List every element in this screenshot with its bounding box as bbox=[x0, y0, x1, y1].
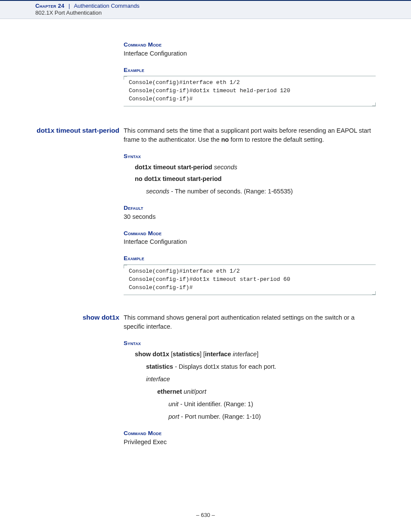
default-label: Default bbox=[124, 204, 376, 212]
example-label: Example bbox=[124, 66, 376, 75]
syntax-label: Syntax bbox=[124, 339, 376, 348]
content-area: Command Mode Interface Configuration Exa… bbox=[0, 19, 411, 447]
command-mode-value: Interface Configuration bbox=[124, 237, 376, 246]
header-separator: | bbox=[66, 3, 72, 9]
example-code: Console(config)#interface eth 1/2 Consol… bbox=[124, 264, 376, 295]
example-code: Console(config)#interface eth 1/2 Consol… bbox=[124, 76, 376, 106]
command-mode-label: Command Mode bbox=[124, 429, 376, 438]
syntax-sub-param: ethernet unit/port bbox=[124, 387, 376, 396]
section-dot1x-timeout-start-period: dot1x timeout start-period This command … bbox=[35, 126, 376, 295]
page-header: Chapter 24 | Authentication Commands 802… bbox=[0, 0, 411, 19]
command-mode-label: Command Mode bbox=[124, 229, 376, 238]
syntax-line: show dot1x [statistics] [interface inter… bbox=[124, 350, 376, 359]
syntax-label: Syntax bbox=[124, 152, 376, 161]
syntax-line: no dot1x timeout start-period bbox=[124, 174, 376, 184]
command-name: show dot1x bbox=[35, 313, 119, 322]
command-name: dot1x timeout start-period bbox=[35, 126, 119, 135]
example-label: Example bbox=[124, 254, 376, 263]
syntax-sub-param: port - Port number. (Range: 1-10) bbox=[124, 412, 376, 421]
header-subsection: 802.1X Port Authentication bbox=[35, 9, 411, 16]
syntax-line: dot1x timeout start-period seconds bbox=[124, 163, 376, 172]
command-description: This command shows general port authenti… bbox=[124, 313, 376, 331]
command-mode-value: Interface Configuration bbox=[124, 49, 376, 58]
syntax-sub-param: unit - Unit identifier. (Range: 1) bbox=[124, 400, 376, 409]
command-mode-label: Command Mode bbox=[124, 40, 376, 49]
syntax-param: seconds - The number of seconds. (Range:… bbox=[124, 187, 376, 196]
section-show-dot1x: show dot1x This command shows general po… bbox=[35, 313, 376, 447]
syntax-param: statistics - Displays dot1x status for e… bbox=[124, 362, 376, 371]
command-description: This command sets the time that a suppli… bbox=[124, 126, 376, 144]
section-prev-tail: Command Mode Interface Configuration Exa… bbox=[35, 40, 376, 106]
page: Chapter 24 | Authentication Commands 802… bbox=[0, 0, 411, 532]
page-number: – 630 – bbox=[0, 512, 411, 518]
chapter-title: Authentication Commands bbox=[74, 3, 139, 9]
chapter-line: Chapter 24 | Authentication Commands bbox=[35, 3, 411, 9]
default-value: 30 seconds bbox=[124, 212, 376, 221]
chapter-label: Chapter 24 bbox=[35, 3, 64, 9]
command-mode-value: Privileged Exec bbox=[124, 438, 376, 447]
syntax-param: interface bbox=[124, 375, 376, 384]
